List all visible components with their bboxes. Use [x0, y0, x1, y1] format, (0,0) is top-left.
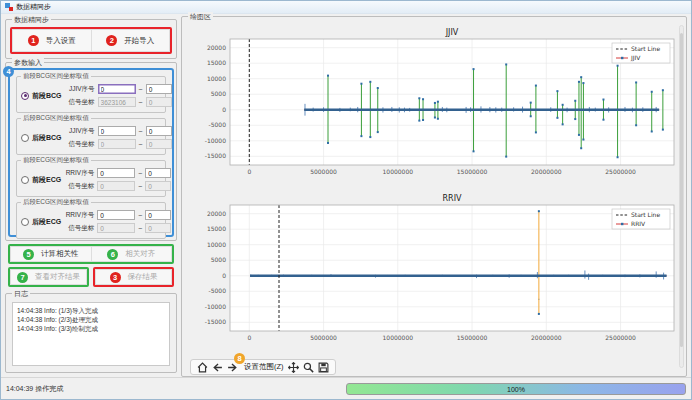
svg-text:25000000: 25000000 — [605, 168, 636, 175]
action-buttons: 5 计算相关性 6 相关对齐 7 查看对齐结果 3 保存结果 — [5, 244, 177, 290]
signal-coord-from-input — [97, 181, 135, 191]
radio-rear-bcg[interactable]: 后段BCG — [19, 133, 62, 143]
radio-rear-ecg[interactable]: 后段ECG — [19, 217, 61, 227]
rriv-index-from-input[interactable] — [97, 168, 135, 178]
annotation-badge-1: 1 — [28, 35, 39, 46]
signal-coord-from-input — [97, 223, 135, 233]
svg-text:Start Line: Start Line — [631, 211, 660, 218]
section-rear-bcg: 后段BCG区间坐标取值 后段BCG JJIV序号 ~ — [16, 118, 166, 155]
signal-coord-from-input — [98, 97, 136, 107]
svg-text:10000: 10000 — [207, 75, 226, 82]
annotation-badge-2: 2 — [106, 35, 117, 46]
log-line: 14:04:39 Info: (3/3)绘制完成 — [17, 324, 165, 333]
zoom-icon[interactable] — [303, 362, 314, 373]
set-range-label[interactable]: 8 设置范围(Z) — [242, 362, 284, 372]
view-result-annotation: 7 查看对齐结果 — [8, 267, 89, 287]
plot-scrollbar[interactable] — [679, 25, 684, 368]
svg-text:-15000: -15000 — [205, 318, 226, 325]
plot-group-label: 绘图区 — [188, 12, 213, 21]
rriv-index-to-input[interactable] — [145, 168, 171, 178]
jjiv-index-to-input[interactable] — [146, 84, 172, 94]
svg-text:RRIV: RRIV — [631, 220, 646, 227]
field-label: RRIV序号 — [61, 169, 94, 178]
svg-text:-5000: -5000 — [209, 287, 227, 294]
radio-icon[interactable] — [21, 218, 29, 226]
params-annotation: 4 前段BCG区间坐标取值 前段BCG JJIV序号 ~ — [8, 68, 174, 237]
radio-front-bcg[interactable]: 前段BCG — [19, 91, 62, 101]
start-import-button[interactable]: 2 开始导入 — [92, 29, 171, 52]
log-line: 14:04:38 Info: (2/3)处理完成 — [17, 315, 165, 324]
svg-text:-5000: -5000 — [209, 121, 227, 128]
import-settings-button[interactable]: 1 导入设置 — [12, 29, 92, 52]
pan-icon[interactable] — [288, 362, 299, 373]
svg-text:10000000: 10000000 — [383, 334, 414, 341]
annotation-badge-8: 8 — [234, 353, 245, 364]
section-front-bcg: 前段BCG区间坐标取值 前段BCG JJIV序号 ~ — [16, 76, 166, 113]
view-align-result-button[interactable]: 7 查看对齐结果 — [10, 269, 87, 285]
svg-text:0: 0 — [247, 334, 251, 341]
plot-groupbox: 绘图区 -15000-10000-50000500010000150002000… — [181, 16, 687, 377]
svg-text:20000: 20000 — [207, 210, 226, 217]
radio-front-ecg[interactable]: 前段ECG — [19, 175, 61, 185]
section-front-bcg-label: 前段BCG区间坐标取值 — [21, 72, 91, 80]
progress-bar: 100% — [346, 383, 686, 395]
plot-scrollbar-thumb[interactable] — [680, 33, 683, 347]
svg-text:20000: 20000 — [207, 44, 226, 51]
rriv-chart[interactable]: -15000-10000-500005000100001500020000050… — [190, 193, 680, 357]
window-title: 数据精同步 — [16, 2, 51, 12]
field-label: 信号坐标 — [62, 98, 95, 107]
svg-text:15000: 15000 — [207, 225, 226, 232]
svg-text:5000000: 5000000 — [310, 168, 337, 175]
field-label: 信号坐标 — [62, 140, 95, 149]
params-groupbox: 参数输入 4 前段BCG区间坐标取值 前段BCG JJIV序号 — [5, 62, 177, 241]
plot-toolbar: 8 设置范围(Z) — [190, 359, 336, 375]
svg-text:JJIV: JJIV — [445, 28, 459, 37]
app-window: 数据精同步 数据精同步 1 导入设置 2 开始导入 参数输入 4 — [0, 0, 692, 400]
status-bar: 14:04:39 操作完成 100% — [1, 377, 691, 399]
jjiv-chart[interactable]: -15000-10000-500005000100001500020000050… — [190, 27, 680, 191]
annotation-badge-4: 4 — [3, 66, 14, 77]
jjiv-index-to-input[interactable] — [146, 126, 172, 136]
annotation-badge-3: 3 — [110, 272, 121, 283]
corr-buttons-annotation: 5 计算相关性 6 相关对齐 — [8, 244, 174, 264]
svg-text:20000000: 20000000 — [531, 168, 562, 175]
home-icon[interactable] — [197, 362, 208, 373]
radio-icon[interactable] — [21, 176, 29, 184]
save-icon[interactable] — [318, 362, 329, 373]
jjiv-index-from-input[interactable] — [98, 84, 136, 94]
rriv-index-to-input[interactable] — [145, 210, 171, 220]
svg-text:15000: 15000 — [207, 59, 226, 66]
calc-correlation-label: 计算相关性 — [41, 249, 79, 259]
app-icon — [5, 3, 13, 11]
signal-coord-to-input — [145, 181, 171, 191]
radio-icon[interactable] — [21, 92, 29, 100]
svg-text:10000: 10000 — [207, 241, 226, 248]
signal-coord-to-input — [145, 223, 171, 233]
radio-icon[interactable] — [21, 134, 29, 142]
log-output[interactable]: 14:04:38 Info: (1/3)导入完成 14:04:38 Info: … — [12, 302, 170, 366]
svg-text:-10000: -10000 — [205, 303, 226, 310]
section-front-ecg: 前段ECG区间坐标取值 前段ECG RRIV序号 ~ — [16, 160, 166, 197]
field-label: JJIV序号 — [62, 85, 95, 94]
sync-groupbox: 数据精同步 1 导入设置 2 开始导入 — [5, 19, 177, 59]
jjiv-index-from-input[interactable] — [98, 126, 136, 136]
log-line: 14:04:38 Info: (1/3)导入完成 — [17, 306, 165, 315]
correlation-align-button[interactable]: 6 相关对齐 — [92, 246, 173, 262]
save-result-button[interactable]: 3 保存结果 — [95, 269, 172, 285]
field-label: 信号坐标 — [61, 182, 94, 191]
section-rear-ecg: 后段ECG区间坐标取值 后段ECG RRIV序号 ~ — [16, 202, 166, 239]
svg-text:15000000: 15000000 — [457, 334, 488, 341]
start-import-label: 开始导入 — [124, 36, 154, 46]
rriv-index-from-input[interactable] — [97, 210, 135, 220]
svg-text:JJIV: JJIV — [630, 54, 641, 62]
svg-text:5000: 5000 — [211, 90, 226, 97]
field-label: RRIV序号 — [61, 211, 94, 220]
log-group-label: 日志 — [12, 289, 30, 298]
params-group-label: 参数输入 — [12, 58, 44, 67]
section-rear-bcg-label: 后段BCG区间坐标取值 — [21, 114, 91, 122]
import-buttons-annotation: 1 导入设置 2 开始导入 — [10, 27, 172, 54]
svg-text:0: 0 — [247, 168, 251, 175]
calc-correlation-button[interactable]: 5 计算相关性 — [10, 246, 92, 262]
svg-text:10000000: 10000000 — [383, 168, 414, 175]
back-icon[interactable] — [212, 362, 223, 373]
